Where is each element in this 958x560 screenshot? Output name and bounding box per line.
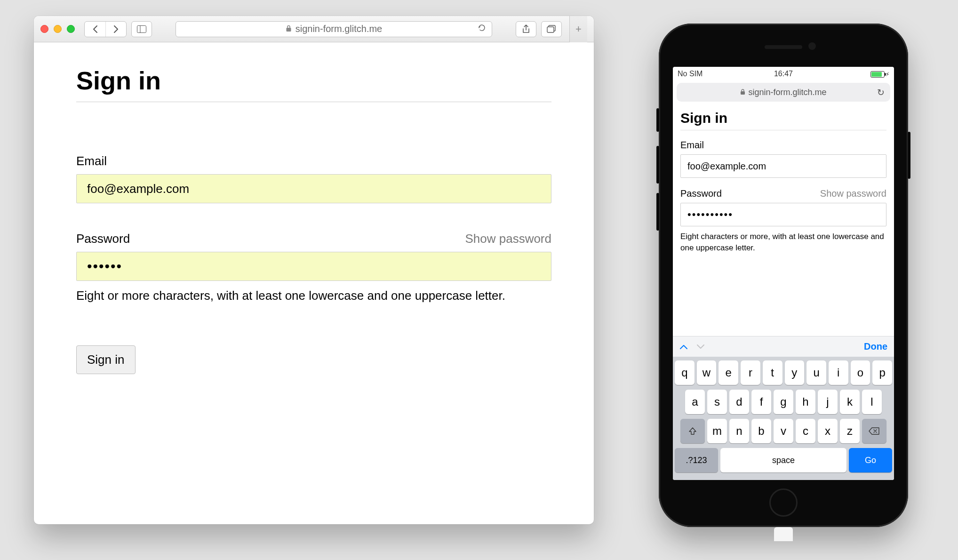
key-d[interactable]: d <box>729 390 749 414</box>
lock-icon <box>740 88 745 97</box>
key-q[interactable]: q <box>675 360 695 385</box>
ios-title-divider <box>680 130 886 130</box>
battery-icon <box>870 71 885 78</box>
shift-key[interactable] <box>680 419 705 443</box>
show-password-toggle[interactable]: Show password <box>465 232 551 246</box>
key-g[interactable]: g <box>774 390 793 414</box>
go-key[interactable]: Go <box>849 448 892 472</box>
keyboard-accessory-bar: Done <box>673 336 894 357</box>
key-k[interactable]: k <box>840 390 860 414</box>
ios-reload-icon[interactable]: ↻ <box>877 87 885 98</box>
ios-email-label: Email <box>680 140 704 151</box>
password-hint: Eight or more characters, with at least … <box>76 288 551 303</box>
back-button[interactable] <box>85 22 105 37</box>
key-r[interactable]: r <box>741 360 760 385</box>
ios-email-group: Email foo@example.com <box>680 140 886 178</box>
key-a[interactable]: a <box>685 390 705 414</box>
email-label: Email <box>76 154 107 168</box>
ios-password-field[interactable]: •••••••••• <box>680 203 886 226</box>
key-t[interactable]: t <box>763 360 782 385</box>
password-group: Password Show password •••••• Eight or m… <box>76 232 551 303</box>
email-value: foo@example.com <box>87 182 189 196</box>
email-group: Email foo@example.com <box>76 154 551 203</box>
ios-address-bar[interactable]: signin-form.glitch.me ↻ <box>677 83 890 102</box>
lightning-cable <box>774 527 793 541</box>
mute-switch <box>656 108 659 132</box>
keyboard-row-1: qwertyuiop <box>675 360 892 385</box>
volume-down-button <box>656 193 659 231</box>
share-button[interactable] <box>516 21 536 37</box>
sidebar-toggle-button[interactable] <box>131 21 152 37</box>
key-i[interactable]: i <box>829 360 848 385</box>
reload-icon[interactable] <box>478 24 486 34</box>
signin-button[interactable]: Sign in <box>76 345 136 374</box>
password-field[interactable]: •••••• <box>76 252 551 281</box>
volume-up-button <box>656 146 659 184</box>
tabs-button[interactable] <box>541 21 562 37</box>
iphone-device: No SIM 16:47 ⚡︎ signin-form.glitch.me ↻ … <box>659 24 908 527</box>
safari-titlebar: signin-form.glitch.me + <box>34 16 594 42</box>
keyboard-done-button[interactable]: Done <box>864 341 887 352</box>
key-b[interactable]: b <box>751 419 771 443</box>
svg-rect-5 <box>547 27 554 32</box>
home-button[interactable] <box>769 488 798 517</box>
ios-email-value: foo@example.com <box>687 161 766 172</box>
ios-status-bar: No SIM 16:47 ⚡︎ <box>673 67 894 81</box>
title-divider <box>76 102 551 102</box>
ios-show-password-toggle[interactable]: Show password <box>820 188 886 199</box>
front-camera <box>808 42 816 50</box>
power-button <box>908 132 910 179</box>
status-time: 16:47 <box>748 70 819 78</box>
key-w[interactable]: w <box>697 360 717 385</box>
ios-password-label: Password <box>680 188 722 199</box>
key-c[interactable]: c <box>796 419 815 443</box>
lock-icon <box>286 24 292 34</box>
nav-arrows <box>84 21 127 37</box>
key-l[interactable]: l <box>862 390 882 414</box>
key-z[interactable]: z <box>840 419 860 443</box>
backspace-key[interactable] <box>862 419 886 443</box>
key-u[interactable]: u <box>806 360 826 385</box>
key-m[interactable]: m <box>707 419 727 443</box>
key-n[interactable]: n <box>729 419 749 443</box>
key-o[interactable]: o <box>851 360 870 385</box>
url-text: signin-form.glitch.me <box>295 24 383 34</box>
page-content: Sign in Email foo@example.com Password S… <box>34 42 594 398</box>
keyboard-row-3: mnbvcxz <box>675 419 892 443</box>
key-x[interactable]: x <box>818 419 838 443</box>
key-j[interactable]: j <box>818 390 838 414</box>
key-y[interactable]: y <box>785 360 805 385</box>
numbers-key[interactable]: .?123 <box>675 448 718 472</box>
window-maximize-button[interactable] <box>67 25 75 33</box>
next-field-button[interactable] <box>696 341 705 352</box>
svg-rect-2 <box>286 28 291 32</box>
safari-window: signin-form.glitch.me + Sign in Email fo… <box>34 16 594 524</box>
ios-email-field[interactable]: foo@example.com <box>680 154 886 178</box>
key-s[interactable]: s <box>707 390 727 414</box>
ios-password-value: •••••••••• <box>687 209 733 220</box>
ios-password-hint: Eight characters or more, with at least … <box>680 231 886 254</box>
key-p[interactable]: p <box>872 360 892 385</box>
key-v[interactable]: v <box>774 419 793 443</box>
key-h[interactable]: h <box>796 390 815 414</box>
password-label: Password <box>76 232 130 246</box>
page-title: Sign in <box>76 66 551 95</box>
forward-button[interactable] <box>105 22 126 37</box>
ios-password-group: Password Show password •••••••••• Eight … <box>680 188 886 254</box>
battery-status: ⚡︎ <box>819 70 889 78</box>
ios-page-content: Sign in Email foo@example.com Password S… <box>673 106 894 336</box>
ios-keyboard: qwertyuiop asdfghjkl mnbvcxz .?123 space… <box>673 357 894 480</box>
ios-url-text: signin-form.glitch.me <box>748 88 826 97</box>
keyboard-row-2: asdfghjkl <box>675 390 892 414</box>
key-f[interactable]: f <box>751 390 771 414</box>
keyboard-row-4: .?123 space Go <box>675 448 892 472</box>
window-close-button[interactable] <box>40 25 48 33</box>
space-key[interactable]: space <box>720 448 846 472</box>
new-tab-button[interactable]: + <box>569 16 587 42</box>
key-e[interactable]: e <box>718 360 738 385</box>
address-bar[interactable]: signin-form.glitch.me <box>176 21 492 37</box>
prev-field-button[interactable] <box>679 341 688 352</box>
window-minimize-button[interactable] <box>54 25 62 33</box>
email-field[interactable]: foo@example.com <box>76 174 551 203</box>
window-controls <box>40 25 75 33</box>
